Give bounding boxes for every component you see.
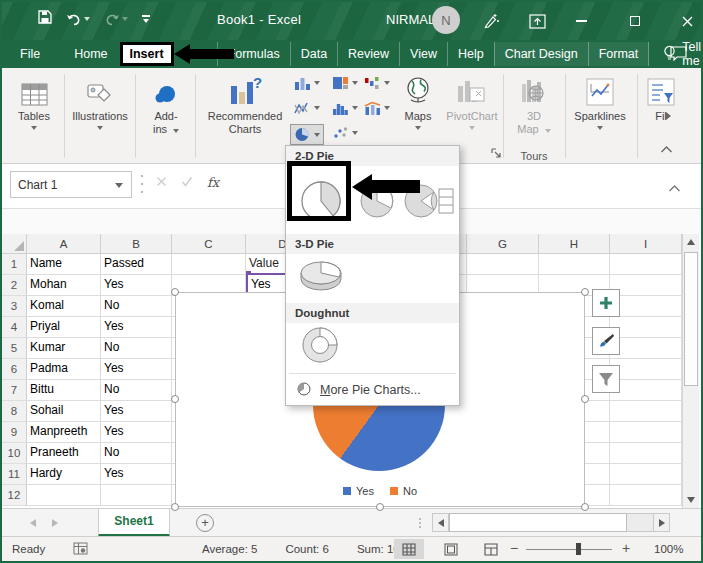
cell-I2[interactable] <box>610 275 682 296</box>
col-header-B[interactable]: B <box>101 234 172 254</box>
horizontal-scroll-thumb[interactable] <box>449 513 627 532</box>
cell-B6[interactable]: Yes <box>101 359 172 380</box>
chart-handle-bottom-right[interactable] <box>581 503 589 511</box>
cell-A9[interactable]: Manpreeth <box>27 422 101 443</box>
chart-handle-bottom-left[interactable] <box>171 503 179 511</box>
row-header-1[interactable]: 1 <box>2 254 27 275</box>
undo-caret-icon[interactable] <box>84 17 90 21</box>
comments-icon[interactable] <box>670 46 687 64</box>
coming-soon-sparkle-icon[interactable] <box>480 10 502 32</box>
cell-A12[interactable] <box>27 485 101 506</box>
status-count[interactable]: Count: 6 <box>285 543 328 555</box>
collapse-ribbon-icon[interactable] <box>660 144 673 156</box>
zoom-in-button[interactable]: + <box>622 540 630 556</box>
close-button[interactable] <box>676 10 698 32</box>
chart-filters-button[interactable] <box>592 365 620 393</box>
scroll-right-button[interactable] <box>653 513 670 532</box>
cell-I8[interactable] <box>610 401 682 422</box>
maximize-button[interactable] <box>624 10 646 32</box>
insert-pie-chart-button[interactable] <box>290 124 324 145</box>
chart-legend[interactable]: Yes No <box>176 485 584 497</box>
cell-B2[interactable]: Yes <box>101 275 172 296</box>
add-ins-button[interactable]: Add- ins <box>139 72 193 158</box>
cell-B9[interactable]: Yes <box>101 422 172 443</box>
cell-A6[interactable]: Padma <box>27 359 101 380</box>
zoom-level[interactable]: 100% <box>654 543 683 555</box>
prev-sheet-icon[interactable] <box>30 519 36 527</box>
cell-C1[interactable] <box>172 254 246 275</box>
chart-handle-bottom-middle[interactable] <box>376 503 384 511</box>
tab-help[interactable]: Help <box>447 42 494 66</box>
doughnut-option[interactable] <box>300 325 340 367</box>
col-header-C[interactable]: C <box>172 234 246 254</box>
col-header-H[interactable]: H <box>539 234 610 254</box>
cell-A1[interactable]: Name <box>27 254 101 275</box>
chart-handle-mid-left[interactable] <box>171 395 179 403</box>
tab-review[interactable]: Review <box>337 42 399 66</box>
cell-I1[interactable] <box>610 254 682 275</box>
row-header-3[interactable]: 3 <box>2 296 27 317</box>
cell-A5[interactable]: Kumar <box>27 338 101 359</box>
macro-record-icon[interactable] <box>73 542 88 557</box>
row-header-11[interactable]: 11 <box>2 464 27 485</box>
account-name[interactable]: NIRMAL <box>386 12 435 27</box>
ribbon-overflow-arrow-icon[interactable] <box>666 112 671 120</box>
redo-button[interactable] <box>104 13 128 26</box>
insert-waterfall-chart-button[interactable] <box>364 76 390 90</box>
cell-I12[interactable] <box>610 485 682 506</box>
cell-A7[interactable]: Bittu <box>27 380 101 401</box>
insert-column-chart-button[interactable] <box>294 76 320 90</box>
horizontal-scrollbar[interactable] <box>432 513 670 532</box>
scroll-left-button[interactable] <box>432 513 449 532</box>
redo-caret-icon[interactable] <box>122 17 128 21</box>
page-layout-view-button[interactable] <box>436 539 466 559</box>
cell-I10[interactable] <box>610 443 682 464</box>
expand-formula-bar-icon[interactable] <box>668 179 681 197</box>
sheet-tab-sheet1[interactable]: Sheet1 <box>98 509 170 537</box>
row-header-7[interactable]: 7 <box>2 380 27 401</box>
cell-B12[interactable] <box>101 485 172 506</box>
cell-I11[interactable] <box>610 464 682 485</box>
zoom-slider-track[interactable] <box>526 549 612 550</box>
cell-I5[interactable] <box>610 338 682 359</box>
cell-I4[interactable] <box>610 317 682 338</box>
tables-button[interactable]: Tables <box>8 72 60 158</box>
zoom-slider-thumb[interactable] <box>576 543 581 555</box>
recommended-charts-button[interactable]: ? Recommended Charts <box>199 72 291 158</box>
vertical-scroll-thumb[interactable] <box>684 252 698 386</box>
col-header-I[interactable]: I <box>610 234 682 254</box>
cell-A4[interactable]: Priyal <box>27 317 101 338</box>
cell-I3[interactable] <box>610 296 682 317</box>
more-pie-charts-item[interactable]: More Pie Charts... <box>286 375 459 405</box>
illustrations-button[interactable]: Illustrations <box>68 72 132 158</box>
row-header-5[interactable]: 5 <box>2 338 27 359</box>
row-header-9[interactable]: 9 <box>2 422 27 443</box>
cell-A11[interactable]: Hardy <box>27 464 101 485</box>
charts-dialog-launcher-icon[interactable] <box>491 148 502 161</box>
vertical-scrollbar[interactable] <box>682 234 699 508</box>
cancel-icon[interactable] <box>156 173 167 191</box>
cell-B1[interactable]: Passed <box>101 254 172 275</box>
formula-bar-resize-handle[interactable] <box>141 175 144 193</box>
cell-I7[interactable] <box>610 380 682 401</box>
name-box[interactable]: Chart 1 <box>10 171 132 198</box>
row-header-8[interactable]: 8 <box>2 401 27 422</box>
ribbon-display-options-icon[interactable] <box>526 10 548 32</box>
save-icon[interactable] <box>38 10 52 28</box>
tab-insert[interactable]: Insert <box>120 42 174 66</box>
customize-qat-button[interactable] <box>142 15 150 23</box>
minimize-button[interactable] <box>570 10 592 32</box>
legend-item-no[interactable]: No <box>390 485 417 497</box>
avatar[interactable]: N <box>432 6 460 34</box>
undo-button[interactable] <box>66 13 90 26</box>
tab-chart-design[interactable]: Chart Design <box>495 42 588 66</box>
next-sheet-icon[interactable] <box>52 519 58 527</box>
chart-styles-button[interactable] <box>592 327 620 355</box>
name-box-caret-icon[interactable] <box>115 183 123 188</box>
tab-file[interactable]: File <box>10 42 50 66</box>
insert-line-chart-button[interactable] <box>294 101 320 115</box>
scroll-down-button[interactable] <box>683 492 699 508</box>
cell-B7[interactable]: No <box>101 380 172 401</box>
normal-view-button[interactable] <box>394 539 424 559</box>
row-header-4[interactable]: 4 <box>2 317 27 338</box>
